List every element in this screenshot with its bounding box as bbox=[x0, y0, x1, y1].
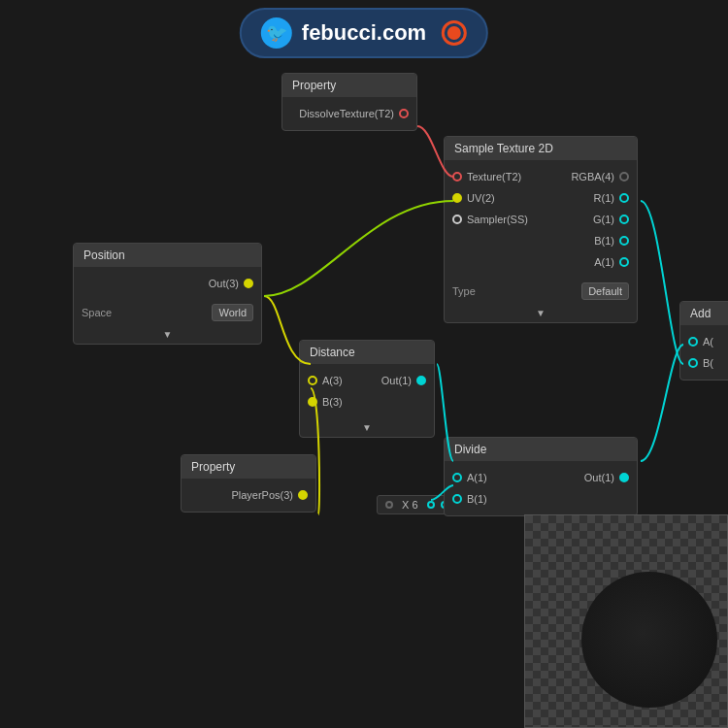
distance-b-row: B(3) bbox=[300, 391, 434, 413]
sampler-row: Sampler(SS) G(1) bbox=[445, 209, 637, 230]
distance-title: Distance bbox=[300, 341, 434, 364]
distance-b-port[interactable] bbox=[308, 397, 317, 407]
add-title: Add bbox=[680, 302, 728, 325]
playerpos-row: PlayerPos(3) bbox=[182, 484, 315, 506]
rgba-label: RGBA(4) bbox=[571, 171, 614, 182]
divide-b-port[interactable] bbox=[452, 494, 462, 504]
divide-b-label: B(1) bbox=[467, 493, 487, 505]
position-expand[interactable]: ▼ bbox=[74, 325, 261, 344]
add-node: Add A( B( bbox=[679, 301, 728, 381]
multiply-label: X 6 bbox=[402, 499, 418, 511]
dissolve-label: DissolveTexture(T2) bbox=[299, 108, 394, 119]
g-port[interactable] bbox=[619, 215, 629, 224]
position-out-label: Out(3) bbox=[209, 278, 239, 289]
r-label: R(1) bbox=[594, 192, 614, 204]
sample-texture-node: Sample Texture 2D Texture(T2) RGBA(4) UV… bbox=[444, 136, 638, 323]
twitter-icon: 🐦 bbox=[261, 17, 292, 49]
sample-texture-title: Sample Texture 2D bbox=[445, 137, 637, 160]
property-bottom-node: Property PlayerPos(3) bbox=[181, 454, 316, 513]
expand-chevron: ▼ bbox=[536, 308, 546, 318]
position-out-row: Out(3) bbox=[74, 273, 261, 294]
uv-label: UV(2) bbox=[467, 192, 495, 204]
add-a-label: A( bbox=[703, 336, 713, 347]
add-a-port[interactable] bbox=[688, 337, 698, 347]
a-label: A(1) bbox=[594, 256, 614, 268]
texture-label: Texture(T2) bbox=[467, 171, 521, 182]
preview-area bbox=[524, 514, 728, 728]
distance-chevron: ▼ bbox=[362, 422, 372, 433]
sample-texture-expand[interactable]: ▼ bbox=[445, 304, 637, 322]
playerpos-port[interactable] bbox=[298, 490, 308, 500]
space-label: Space bbox=[82, 307, 112, 318]
multiply-in-port[interactable] bbox=[385, 501, 393, 509]
divide-a-row: A(1) Out(1) bbox=[445, 467, 637, 488]
add-b-row: B( bbox=[680, 352, 728, 374]
divide-a-label: A(1) bbox=[467, 472, 487, 483]
distance-b-label: B(3) bbox=[322, 396, 343, 408]
distance-a-row: A(3) Out(1) bbox=[300, 370, 434, 391]
b-row: B(1) bbox=[445, 230, 637, 251]
divide-node: Divide A(1) Out(1) B(1) bbox=[444, 437, 638, 516]
uv-row: UV(2) R(1) bbox=[445, 187, 637, 209]
distance-a-port[interactable] bbox=[308, 376, 317, 385]
g-label: G(1) bbox=[593, 214, 614, 225]
property-bottom-title: Property bbox=[182, 455, 315, 479]
divide-a-port[interactable] bbox=[452, 473, 462, 482]
dissolve-port[interactable] bbox=[399, 109, 409, 118]
add-a-row: A( bbox=[680, 331, 728, 352]
position-footer: Space World bbox=[74, 300, 261, 325]
divide-title: Divide bbox=[445, 438, 637, 461]
sampler-input-port[interactable] bbox=[452, 215, 462, 224]
distance-expand[interactable]: ▼ bbox=[300, 418, 434, 437]
a-row: A(1) bbox=[445, 251, 637, 273]
uv-input-port[interactable] bbox=[452, 193, 462, 203]
preview-circle bbox=[581, 572, 717, 708]
distance-out-port[interactable] bbox=[416, 376, 426, 385]
property-top-title: Property bbox=[282, 74, 416, 97]
property-top-node: Property DissolveTexture(T2) bbox=[281, 73, 417, 131]
texture-input-port[interactable] bbox=[452, 172, 462, 182]
texture-row: Texture(T2) RGBA(4) bbox=[445, 166, 637, 187]
a-port[interactable] bbox=[619, 257, 629, 267]
sample-texture-footer: Type Default bbox=[445, 279, 637, 304]
position-node: Position Out(3) Space World ▼ bbox=[73, 243, 262, 345]
property-top-row: DissolveTexture(T2) bbox=[282, 103, 416, 124]
header-bar: 🐦 febucci.com bbox=[240, 8, 488, 58]
divide-b-row: B(1) bbox=[445, 488, 637, 510]
r-port[interactable] bbox=[619, 193, 629, 203]
divide-out-label: Out(1) bbox=[584, 472, 614, 483]
playerpos-label: PlayerPos(3) bbox=[231, 489, 293, 501]
b-label: B(1) bbox=[594, 235, 614, 247]
type-dropdown[interactable]: Default bbox=[581, 282, 629, 300]
distance-node: Distance A(3) Out(1) B(3) ▼ bbox=[299, 340, 435, 438]
add-b-port[interactable] bbox=[688, 358, 698, 368]
rgba-port[interactable] bbox=[619, 172, 629, 182]
position-out-port[interactable] bbox=[244, 279, 253, 288]
divide-out-port[interactable] bbox=[619, 473, 629, 482]
sampler-label: Sampler(SS) bbox=[467, 214, 528, 225]
site-title: febucci.com bbox=[302, 20, 426, 46]
add-b-label: B( bbox=[703, 357, 713, 369]
space-dropdown[interactable]: World bbox=[212, 304, 253, 321]
distance-out-label: Out(1) bbox=[381, 375, 412, 386]
patreon-icon bbox=[442, 20, 467, 46]
multiply-out-port[interactable] bbox=[427, 501, 435, 509]
distance-a-label: A(3) bbox=[322, 375, 343, 386]
position-chevron: ▼ bbox=[163, 329, 173, 340]
b-port[interactable] bbox=[619, 236, 629, 246]
position-title: Position bbox=[74, 244, 261, 267]
type-label: Type bbox=[452, 285, 476, 297]
